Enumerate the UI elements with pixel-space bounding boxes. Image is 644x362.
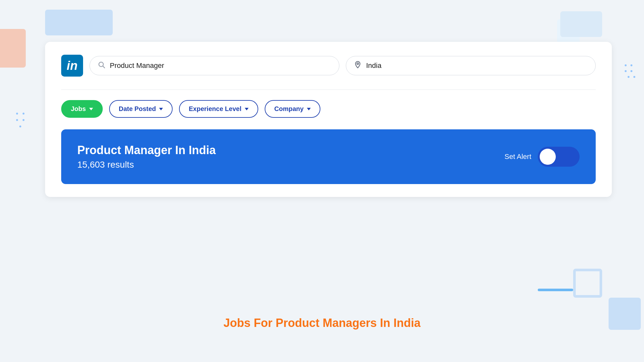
linkedin-logo: in — [61, 55, 83, 77]
date-posted-chevron-icon — [159, 108, 163, 110]
bg-decor-6 — [538, 289, 573, 291]
bg-decor-4 — [560, 11, 602, 37]
svg-line-1 — [103, 66, 105, 68]
date-posted-label: Date Posted — [119, 105, 156, 113]
bg-decor-7 — [573, 269, 602, 298]
bg-decor-1 — [45, 10, 113, 35]
filter-section: Jobs Date Posted Experience Level Compan… — [61, 100, 596, 118]
linkedin-logo-text: in — [67, 60, 78, 72]
experience-level-chevron-icon — [245, 108, 249, 110]
set-alert-label: Set Alert — [505, 153, 531, 161]
company-label: Company — [274, 105, 304, 113]
experience-level-label: Experience Level — [189, 105, 241, 113]
svg-point-2 — [357, 63, 359, 65]
company-filter-button[interactable]: Company — [265, 100, 320, 118]
results-text-block: Product Manager In India 15,603 results — [77, 144, 216, 170]
experience-level-filter-button[interactable]: Experience Level — [179, 100, 258, 118]
results-banner: Product Manager In India 15,603 results … — [61, 129, 596, 184]
location-icon — [354, 61, 362, 70]
jobs-filter-label: Jobs — [71, 105, 86, 113]
results-title: Product Manager In India — [77, 144, 216, 157]
location-search-input[interactable] — [366, 61, 588, 70]
bottom-section: Jobs For Product Managers In India — [0, 316, 644, 330]
main-card: in Jobs — [45, 42, 612, 197]
results-count: 15,603 results — [77, 160, 216, 170]
jobs-filter-button[interactable]: Jobs — [61, 100, 103, 118]
set-alert-toggle[interactable] — [538, 147, 580, 167]
date-posted-filter-button[interactable]: Date Posted — [109, 100, 173, 118]
toggle-knob — [540, 149, 556, 165]
set-alert-section: Set Alert — [505, 147, 580, 167]
search-icon — [98, 61, 105, 70]
location-search-wrapper[interactable] — [346, 56, 596, 75]
company-chevron-icon — [307, 108, 311, 110]
job-search-wrapper[interactable] — [90, 56, 339, 75]
search-section: in — [61, 55, 596, 77]
bottom-title: Jobs For Product Managers In India — [0, 316, 644, 330]
bg-decor-2 — [0, 29, 26, 68]
jobs-chevron-icon — [89, 108, 93, 110]
divider — [61, 89, 596, 90]
job-search-input[interactable] — [110, 61, 331, 70]
